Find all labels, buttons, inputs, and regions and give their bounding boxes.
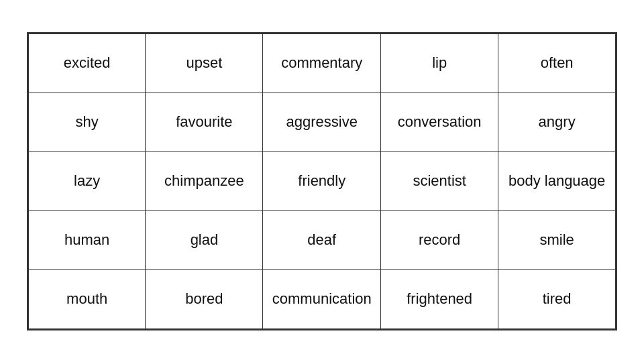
table-cell: shy xyxy=(29,93,146,152)
table-cell: mouth xyxy=(29,269,146,328)
table-cell: scientist xyxy=(381,152,498,210)
table-cell: conversation xyxy=(381,93,498,152)
table-cell: angry xyxy=(498,93,616,152)
table-cell: glad xyxy=(146,210,263,269)
table-cell: aggressive xyxy=(263,93,381,152)
table-cell: bored xyxy=(146,269,263,328)
table-cell: body language xyxy=(498,152,616,210)
table-cell: frightened xyxy=(381,269,498,328)
table-cell: tired xyxy=(498,269,616,328)
word-table: excitedupsetcommentarylipoftenshyfavouri… xyxy=(27,32,617,330)
table-cell: commentary xyxy=(263,34,381,93)
table-cell: lazy xyxy=(29,152,146,210)
table-cell: favourite xyxy=(146,93,263,152)
table-cell: excited xyxy=(29,34,146,93)
table-cell: lip xyxy=(381,34,498,93)
table-cell: chimpanzee xyxy=(146,152,263,210)
table-cell: record xyxy=(381,210,498,269)
table-cell: smile xyxy=(498,210,616,269)
table-cell: often xyxy=(498,34,616,93)
table-cell: upset xyxy=(146,34,263,93)
table-cell: communication xyxy=(263,269,381,328)
table-cell: friendly xyxy=(263,152,381,210)
table-cell: deaf xyxy=(263,210,381,269)
table-cell: human xyxy=(29,210,146,269)
